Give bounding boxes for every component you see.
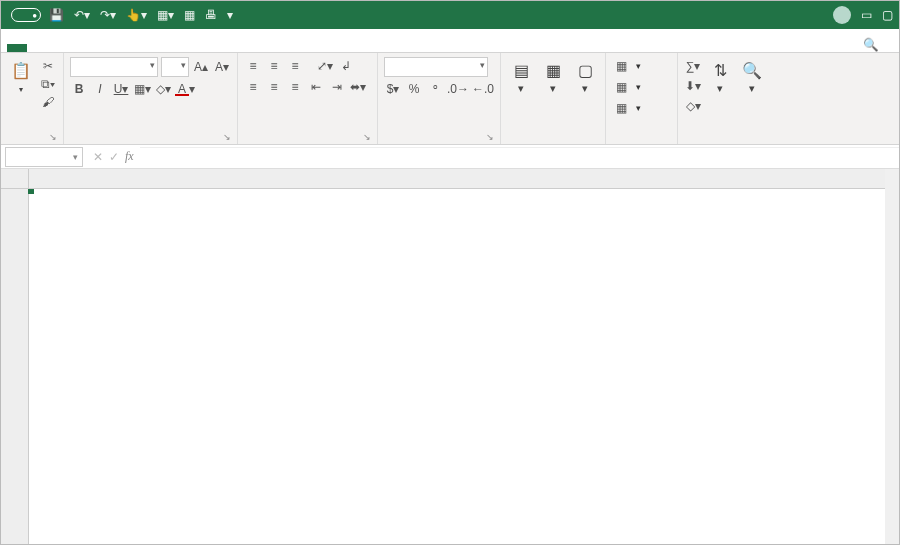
group-number: $▾ % ᵒ .0→ ←.0 ↘ [378, 53, 501, 144]
search-box[interactable]: 🔍 [853, 37, 893, 52]
formula-bar: ▾ ✕ ✓ fx [1, 145, 899, 169]
autosave-switch[interactable]: ● [11, 8, 41, 22]
group-clipboard: 📋 ▾ ✂ ⧉▾ 🖌 ↘ [1, 53, 64, 144]
find-select-button[interactable]: 🔍 ▾ [738, 57, 766, 97]
ribbon-display-icon[interactable]: ▭ [861, 8, 872, 22]
cut-icon[interactable]: ✂ [39, 57, 57, 75]
group-font: A▴ A▾ B I U▾ ▦▾ ◇▾ A▾ ↘ [64, 53, 238, 144]
increase-font-icon[interactable]: A▴ [192, 58, 210, 76]
window-close-icon[interactable]: ▢ [882, 8, 893, 22]
borders-button[interactable]: ▦▾ [133, 80, 151, 98]
align-right-icon[interactable]: ≡ [286, 78, 304, 96]
tab-file[interactable] [7, 44, 27, 52]
align-bottom-icon[interactable]: ≡ [286, 57, 304, 75]
increase-decimal-icon[interactable]: .0→ [447, 80, 469, 98]
group-cells: ▦ ▾ ▦ ▾ ▦ ▾ [606, 53, 678, 144]
clipboard-launcher-icon[interactable]: ↘ [49, 132, 57, 142]
format-as-table-button[interactable]: ▦ ▾ [539, 57, 567, 97]
alignment-launcher-icon[interactable]: ↘ [363, 132, 371, 142]
conditional-formatting-button[interactable]: ▤ ▾ [507, 57, 535, 97]
group-editing: ∑▾ ⬇▾ ◇▾ ⇅ ▾ 🔍 ▾ [678, 53, 772, 144]
align-top-icon[interactable]: ≡ [244, 57, 262, 75]
fx-icon[interactable]: fx [125, 149, 140, 164]
font-size-select[interactable] [161, 57, 189, 77]
sort-filter-icon: ⇅ [709, 59, 731, 81]
decrease-decimal-icon[interactable]: ←.0 [472, 80, 494, 98]
align-middle-icon[interactable]: ≡ [265, 57, 283, 75]
autosave-toggle[interactable]: ● [7, 8, 41, 22]
number-format-select[interactable] [384, 57, 488, 77]
conditional-formatting-icon: ▤ [510, 59, 532, 81]
italic-button[interactable]: I [91, 80, 109, 98]
sort-filter-button[interactable]: ⇅ ▾ [706, 57, 734, 97]
bold-button[interactable]: B [70, 80, 88, 98]
font-name-select[interactable] [70, 57, 158, 77]
cell-styles-button[interactable]: ▢ ▾ [571, 57, 599, 97]
delete-cells-icon[interactable]: ▦ [612, 78, 630, 96]
number-launcher-icon[interactable]: ↘ [486, 132, 494, 142]
quick-access-toolbar: 💾 ↶▾ ↷▾ 👆▾ ▦▾ ▦ 🖶 ▾ [49, 8, 233, 22]
copy-icon[interactable]: ⧉▾ [39, 75, 57, 93]
column-headers[interactable] [29, 169, 899, 189]
row-headers[interactable] [1, 189, 29, 545]
name-box[interactable]: ▾ [5, 147, 83, 167]
borders-icon[interactable]: ▦ [184, 8, 195, 22]
align-center-icon[interactable]: ≡ [265, 78, 283, 96]
formula-input[interactable] [140, 147, 899, 167]
worksheet-grid[interactable] [1, 169, 899, 545]
group-styles: ▤ ▾ ▦ ▾ ▢ ▾ [501, 53, 606, 144]
cell-styles-icon: ▢ [574, 59, 596, 81]
decrease-font-icon[interactable]: A▾ [213, 58, 231, 76]
find-select-icon: 🔍 [741, 59, 763, 81]
insert-cells-icon[interactable]: ▦ [612, 57, 630, 75]
wrap-text-icon[interactable]: ↲ [337, 57, 355, 75]
autosum-icon[interactable]: ∑▾ [684, 57, 702, 75]
indent-increase-icon[interactable]: ⇥ [328, 78, 346, 96]
touch-mode-icon[interactable]: 👆▾ [126, 8, 147, 22]
accounting-format-icon[interactable]: $▾ [384, 80, 402, 98]
align-left-icon[interactable]: ≡ [244, 78, 262, 96]
select-all-corner[interactable] [1, 169, 29, 189]
merge-center-icon[interactable]: ⬌▾ [349, 78, 367, 96]
format-as-table-icon: ▦ [542, 59, 564, 81]
ribbon-tabs: 🔍 [1, 29, 899, 53]
user-avatar[interactable] [833, 6, 851, 24]
quickprint-icon[interactable]: 🖶 [205, 8, 217, 22]
title-bar: ● 💾 ↶▾ ↷▾ 👆▾ ▦▾ ▦ 🖶 ▾ ▭ ▢ [1, 1, 899, 29]
fill-color-button[interactable]: ◇▾ [154, 80, 172, 98]
format-painter-icon[interactable]: 🖌 [39, 93, 57, 111]
vertical-scrollbar[interactable] [885, 169, 899, 545]
paste-button[interactable]: 📋 ▾ [7, 57, 35, 96]
underline-button[interactable]: U▾ [112, 80, 130, 98]
font-color-button[interactable]: A▾ [175, 80, 195, 98]
enter-formula-icon[interactable]: ✓ [109, 150, 119, 164]
save-icon[interactable]: 💾 [49, 8, 64, 22]
ribbon: 📋 ▾ ✂ ⧉▾ 🖌 ↘ A▴ A▾ B I U▾ ▦▾ [1, 53, 899, 145]
selection-box [29, 189, 33, 193]
redo-icon[interactable]: ↷▾ [100, 8, 116, 22]
clear-icon[interactable]: ◇▾ [684, 97, 702, 115]
font-launcher-icon[interactable]: ↘ [223, 132, 231, 142]
format-cells-icon[interactable]: ▦ [612, 99, 630, 117]
comma-format-icon[interactable]: ᵒ [426, 80, 444, 98]
indent-decrease-icon[interactable]: ⇤ [307, 78, 325, 96]
group-alignment: ≡ ≡ ≡ ⤢▾ ↲ ≡ ≡ ≡ ⇤ ⇥ ⬌▾ ↘ [238, 53, 378, 144]
table-icon[interactable]: ▦▾ [157, 8, 174, 22]
undo-icon[interactable]: ↶▾ [74, 8, 90, 22]
fill-icon[interactable]: ⬇▾ [684, 77, 702, 95]
cancel-formula-icon[interactable]: ✕ [93, 150, 103, 164]
search-icon: 🔍 [863, 37, 879, 52]
qat-customize-icon[interactable]: ▾ [227, 8, 233, 22]
paste-icon: 📋 [10, 59, 32, 81]
orientation-icon[interactable]: ⤢▾ [316, 57, 334, 75]
percent-format-icon[interactable]: % [405, 80, 423, 98]
